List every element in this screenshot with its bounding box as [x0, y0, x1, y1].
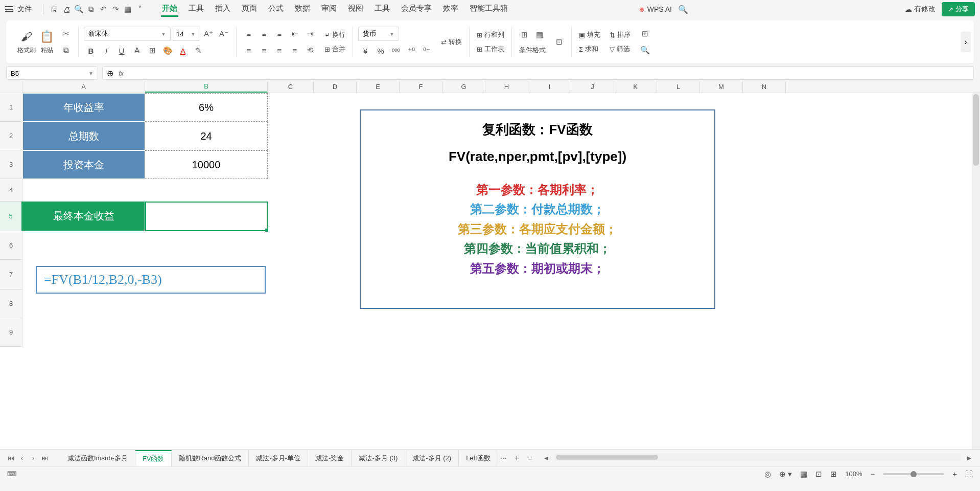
- cell-B2[interactable]: 24: [145, 122, 268, 150]
- row-header-7[interactable]: 7: [0, 260, 22, 289]
- sheet-tab-0[interactable]: 减法函数Imsub-多月: [60, 451, 135, 466]
- align-center-icon[interactable]: ≡: [257, 43, 271, 57]
- fill-button[interactable]: ▣填充: [577, 29, 602, 40]
- row-header-8[interactable]: 8: [0, 289, 22, 318]
- page-layout-icon[interactable]: ⊡: [815, 470, 822, 479]
- underline-icon[interactable]: U: [114, 44, 129, 57]
- freeze-icon[interactable]: ⊡: [552, 35, 566, 49]
- wrap-text-button[interactable]: ⤶ 换行: [322, 29, 347, 40]
- col-header-J[interactable]: J: [571, 81, 614, 93]
- tab-data[interactable]: 数据: [294, 2, 311, 17]
- currency-icon[interactable]: ¥: [358, 44, 372, 57]
- tab-home[interactable]: 开始: [161, 2, 178, 17]
- filter-button[interactable]: ▽筛选: [608, 43, 633, 55]
- row-header-5[interactable]: 5: [0, 202, 22, 231]
- zoom-slider[interactable]: [883, 473, 944, 475]
- worksheet-button[interactable]: ⊞ 工作表: [475, 43, 506, 55]
- highlight-icon[interactable]: ✎: [191, 44, 205, 57]
- col-header-L[interactable]: L: [657, 81, 700, 93]
- zoom-range-icon[interactable]: ⊕: [107, 69, 113, 78]
- tab-formula[interactable]: 公式: [267, 2, 285, 17]
- increase-decimal-icon[interactable]: ⁺⁰: [404, 44, 418, 57]
- cell-A5[interactable]: 最终本金收益: [22, 202, 145, 231]
- qat-table-icon[interactable]: ▦: [122, 4, 133, 15]
- horizontal-scroll-thumb[interactable]: [556, 455, 658, 460]
- ribbon-expand-button[interactable]: ›: [961, 32, 971, 52]
- col-header-C[interactable]: C: [268, 81, 314, 93]
- select-all-corner[interactable]: [0, 81, 22, 93]
- copy-icon[interactable]: ⧉: [59, 43, 73, 57]
- normal-view-icon[interactable]: ▦: [800, 470, 807, 479]
- fill-color-icon[interactable]: 🎨: [160, 44, 175, 57]
- qat-copy-icon[interactable]: ⧉: [85, 4, 97, 15]
- sheet-tab-4[interactable]: 减法-奖金: [308, 451, 352, 466]
- file-menu[interactable]: 文件: [17, 5, 32, 14]
- increase-font-icon[interactable]: A⁺: [201, 27, 216, 40]
- align-middle-icon[interactable]: ≡: [257, 27, 271, 40]
- table-style-icon[interactable]: ⊞: [517, 28, 531, 41]
- row-header-1[interactable]: 1: [0, 93, 22, 122]
- zoom-slider-handle[interactable]: [911, 471, 917, 477]
- cut-icon[interactable]: ✂: [59, 27, 73, 40]
- sheet-tab-1[interactable]: FV函数: [135, 450, 172, 466]
- tab-nav-last[interactable]: ⏭: [39, 453, 50, 464]
- hscroll-left[interactable]: ◄: [541, 453, 552, 464]
- number-format-select[interactable]: 货币 ▼: [358, 27, 399, 41]
- row-header-4[interactable]: 4: [0, 179, 22, 202]
- fill-handle[interactable]: [265, 229, 268, 232]
- horizontal-scrollbar[interactable]: [555, 454, 961, 461]
- find-icon[interactable]: 🔍: [638, 43, 652, 57]
- thousands-icon[interactable]: ººº: [389, 44, 403, 57]
- fullscreen-icon[interactable]: ⛶: [965, 470, 973, 478]
- sheet-tab-5[interactable]: 减法-多月 (3): [352, 451, 405, 466]
- reading-view-icon[interactable]: ◎: [764, 470, 771, 479]
- col-header-A[interactable]: A: [22, 81, 145, 93]
- convert-button[interactable]: ⇄ 转换: [439, 36, 464, 48]
- page-break-icon[interactable]: ⊞: [830, 470, 837, 479]
- font-size-select[interactable]: 14 ▼: [172, 27, 200, 41]
- sort-button[interactable]: ⇅排序: [608, 29, 633, 40]
- cell-grid[interactable]: 年收益率 6% 总期数 24 投资本金 10000 最终本金收益 =FV(B1/…: [22, 93, 980, 347]
- sheet-tab-2[interactable]: 随机数Rand函数公式: [172, 451, 249, 466]
- qat-redo-icon[interactable]: ↷: [110, 4, 121, 15]
- search-icon[interactable]: 🔍: [678, 5, 688, 14]
- row-header-9[interactable]: 9: [0, 318, 22, 347]
- focus-view-icon[interactable]: ⊕ ▾: [779, 470, 792, 479]
- add-sheet-button[interactable]: +: [509, 454, 524, 463]
- align-bottom-icon[interactable]: ≡: [272, 27, 287, 40]
- col-header-H[interactable]: H: [485, 81, 528, 93]
- tab-member[interactable]: 会员专享: [400, 2, 433, 17]
- tab-toolbox[interactable]: 智能工具箱: [469, 2, 509, 17]
- cell-A3[interactable]: 投资本金: [22, 150, 145, 179]
- tab-page[interactable]: 页面: [241, 2, 258, 17]
- qat-save-icon[interactable]: 🖫: [49, 4, 60, 15]
- col-header-B[interactable]: B: [145, 81, 268, 93]
- format-painter-button[interactable]: 🖌 格式刷: [15, 28, 38, 57]
- formula-text-box[interactable]: =FV(B1/12,B2,0,-B3): [36, 266, 266, 294]
- share-button[interactable]: ↗ 分享: [942, 2, 975, 16]
- qat-undo-icon[interactable]: ↶: [98, 4, 109, 15]
- sum-button[interactable]: Σ求和: [577, 43, 602, 55]
- cell-style-icon[interactable]: ▦: [532, 28, 547, 41]
- qat-print-icon[interactable]: 🖨: [61, 4, 72, 15]
- qat-more-icon[interactable]: ˅: [134, 4, 146, 15]
- merge-button[interactable]: ⊞ 合并: [322, 43, 347, 55]
- align-justify-icon[interactable]: ≡: [288, 43, 302, 57]
- fx-icon[interactable]: fx: [119, 70, 124, 77]
- tab-insert[interactable]: 插入: [214, 2, 231, 17]
- tab-nav-prev[interactable]: ‹: [16, 453, 28, 464]
- zoom-out-button[interactable]: −: [870, 470, 875, 478]
- italic-icon[interactable]: I: [99, 44, 113, 57]
- rows-cols-button[interactable]: ⊞ 行和列: [475, 29, 506, 40]
- row-header-2[interactable]: 2: [0, 122, 22, 150]
- row-header-6[interactable]: 6: [0, 231, 22, 260]
- tab-tools2[interactable]: 工具: [374, 2, 391, 17]
- col-header-I[interactable]: I: [528, 81, 571, 93]
- more-tools-icon[interactable]: ⊞: [638, 27, 652, 40]
- col-header-M[interactable]: M: [700, 81, 743, 93]
- align-left-icon[interactable]: ≡: [242, 43, 256, 57]
- tab-efficiency[interactable]: 效率: [442, 2, 459, 17]
- font-color-icon[interactable]: A: [176, 44, 190, 57]
- sheet-tab-7[interactable]: Left函数: [459, 451, 498, 466]
- cell-B3[interactable]: 10000: [145, 150, 268, 179]
